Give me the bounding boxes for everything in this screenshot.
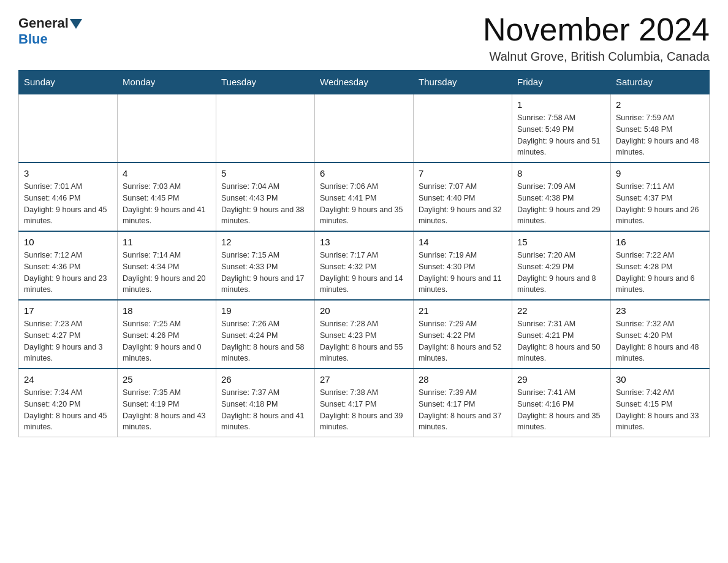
- day-number: 7: [419, 168, 507, 178]
- calendar-cell: 12Sunrise: 7:15 AMSunset: 4:33 PMDayligh…: [216, 231, 315, 300]
- day-info: Sunrise: 7:15 AMSunset: 4:33 PMDaylight:…: [221, 250, 309, 296]
- calendar-header-row: SundayMondayTuesdayWednesdayThursdayFrid…: [19, 71, 710, 94]
- header-tuesday: Tuesday: [216, 71, 315, 94]
- day-info: Sunrise: 7:17 AMSunset: 4:32 PMDaylight:…: [320, 250, 408, 296]
- day-number: 14: [419, 237, 507, 247]
- calendar-cell: 29Sunrise: 7:41 AMSunset: 4:16 PMDayligh…: [512, 369, 611, 437]
- logo: General Blue: [18, 12, 82, 47]
- day-info: Sunrise: 7:37 AMSunset: 4:18 PMDaylight:…: [221, 387, 309, 433]
- calendar-cell: 15Sunrise: 7:20 AMSunset: 4:29 PMDayligh…: [512, 231, 611, 300]
- calendar-cell: 26Sunrise: 7:37 AMSunset: 4:18 PMDayligh…: [216, 369, 315, 437]
- day-info: Sunrise: 7:19 AMSunset: 4:30 PMDaylight:…: [419, 250, 507, 296]
- calendar-cell: 5Sunrise: 7:04 AMSunset: 4:43 PMDaylight…: [216, 163, 315, 231]
- day-number: 27: [320, 374, 408, 385]
- calendar-cell: [19, 94, 118, 163]
- day-info: Sunrise: 7:07 AMSunset: 4:40 PMDaylight:…: [419, 181, 507, 227]
- calendar-cell: [118, 94, 216, 163]
- week-row-1: 3Sunrise: 7:01 AMSunset: 4:46 PMDaylight…: [19, 163, 710, 231]
- day-number: 20: [320, 305, 408, 316]
- day-number: 4: [123, 168, 211, 178]
- calendar-cell: 21Sunrise: 7:29 AMSunset: 4:22 PMDayligh…: [414, 300, 512, 369]
- day-number: 10: [24, 237, 112, 247]
- day-info: Sunrise: 7:09 AMSunset: 4:38 PMDaylight:…: [517, 181, 605, 227]
- day-number: 9: [616, 168, 704, 178]
- day-number: 24: [24, 374, 112, 385]
- calendar-cell: [414, 94, 512, 163]
- day-number: 1: [517, 99, 605, 110]
- day-info: Sunrise: 7:26 AMSunset: 4:24 PMDaylight:…: [221, 318, 309, 364]
- calendar-cell: 4Sunrise: 7:03 AMSunset: 4:45 PMDaylight…: [118, 163, 216, 231]
- week-row-2: 10Sunrise: 7:12 AMSunset: 4:36 PMDayligh…: [19, 231, 710, 300]
- day-number: 16: [616, 237, 704, 247]
- day-info: Sunrise: 7:23 AMSunset: 4:27 PMDaylight:…: [24, 318, 112, 364]
- header-friday: Friday: [512, 71, 611, 94]
- calendar-cell: 30Sunrise: 7:42 AMSunset: 4:15 PMDayligh…: [611, 369, 710, 437]
- calendar-cell: 18Sunrise: 7:25 AMSunset: 4:26 PMDayligh…: [118, 300, 216, 369]
- day-info: Sunrise: 7:34 AMSunset: 4:20 PMDaylight:…: [24, 387, 112, 433]
- calendar-cell: 10Sunrise: 7:12 AMSunset: 4:36 PMDayligh…: [19, 231, 118, 300]
- day-info: Sunrise: 7:59 AMSunset: 5:48 PMDaylight:…: [616, 112, 704, 158]
- calendar-cell: 17Sunrise: 7:23 AMSunset: 4:27 PMDayligh…: [19, 300, 118, 369]
- calendar-cell: [216, 94, 315, 163]
- day-info: Sunrise: 7:39 AMSunset: 4:17 PMDaylight:…: [419, 387, 507, 433]
- page-header: General Blue November 2024 Walnut Grove,…: [18, 12, 710, 64]
- calendar-cell: 9Sunrise: 7:11 AMSunset: 4:37 PMDaylight…: [611, 163, 710, 231]
- calendar-cell: 11Sunrise: 7:14 AMSunset: 4:34 PMDayligh…: [118, 231, 216, 300]
- day-number: 23: [616, 305, 704, 316]
- day-number: 28: [419, 374, 507, 385]
- day-info: Sunrise: 7:14 AMSunset: 4:34 PMDaylight:…: [123, 250, 211, 296]
- day-info: Sunrise: 7:01 AMSunset: 4:46 PMDaylight:…: [24, 181, 112, 227]
- calendar-cell: 22Sunrise: 7:31 AMSunset: 4:21 PMDayligh…: [512, 300, 611, 369]
- calendar-cell: 1Sunrise: 7:58 AMSunset: 5:49 PMDaylight…: [512, 94, 611, 163]
- day-number: 21: [419, 305, 507, 316]
- day-info: Sunrise: 7:41 AMSunset: 4:16 PMDaylight:…: [517, 387, 605, 433]
- calendar-cell: 25Sunrise: 7:35 AMSunset: 4:19 PMDayligh…: [118, 369, 216, 437]
- day-info: Sunrise: 7:11 AMSunset: 4:37 PMDaylight:…: [616, 181, 704, 227]
- day-number: 2: [616, 99, 704, 110]
- calendar-cell: 6Sunrise: 7:06 AMSunset: 4:41 PMDaylight…: [315, 163, 414, 231]
- logo-general-text: General: [18, 15, 69, 31]
- calendar-cell: 16Sunrise: 7:22 AMSunset: 4:28 PMDayligh…: [611, 231, 710, 300]
- day-info: Sunrise: 7:31 AMSunset: 4:21 PMDaylight:…: [517, 318, 605, 364]
- day-number: 12: [221, 237, 309, 247]
- logo-arrow-icon: [70, 19, 82, 29]
- day-info: Sunrise: 7:29 AMSunset: 4:22 PMDaylight:…: [419, 318, 507, 364]
- day-number: 8: [517, 168, 605, 178]
- day-info: Sunrise: 7:25 AMSunset: 4:26 PMDaylight:…: [123, 318, 211, 364]
- day-number: 22: [517, 305, 605, 316]
- day-info: Sunrise: 7:42 AMSunset: 4:15 PMDaylight:…: [616, 387, 704, 433]
- calendar-cell: 3Sunrise: 7:01 AMSunset: 4:46 PMDaylight…: [19, 163, 118, 231]
- calendar-cell: 14Sunrise: 7:19 AMSunset: 4:30 PMDayligh…: [414, 231, 512, 300]
- week-row-4: 24Sunrise: 7:34 AMSunset: 4:20 PMDayligh…: [19, 369, 710, 437]
- day-info: Sunrise: 7:35 AMSunset: 4:19 PMDaylight:…: [123, 387, 211, 433]
- day-info: Sunrise: 7:04 AMSunset: 4:43 PMDaylight:…: [221, 181, 309, 227]
- day-number: 5: [221, 168, 309, 178]
- day-info: Sunrise: 7:28 AMSunset: 4:23 PMDaylight:…: [320, 318, 408, 364]
- logo-blue-text: Blue: [18, 31, 48, 47]
- calendar-cell: 28Sunrise: 7:39 AMSunset: 4:17 PMDayligh…: [414, 369, 512, 437]
- calendar-cell: 2Sunrise: 7:59 AMSunset: 5:48 PMDaylight…: [611, 94, 710, 163]
- day-info: Sunrise: 7:22 AMSunset: 4:28 PMDaylight:…: [616, 250, 704, 296]
- week-row-3: 17Sunrise: 7:23 AMSunset: 4:27 PMDayligh…: [19, 300, 710, 369]
- calendar-cell: 27Sunrise: 7:38 AMSunset: 4:17 PMDayligh…: [315, 369, 414, 437]
- calendar-cell: 20Sunrise: 7:28 AMSunset: 4:23 PMDayligh…: [315, 300, 414, 369]
- calendar-cell: 7Sunrise: 7:07 AMSunset: 4:40 PMDaylight…: [414, 163, 512, 231]
- day-number: 30: [616, 374, 704, 385]
- calendar-cell: 23Sunrise: 7:32 AMSunset: 4:20 PMDayligh…: [611, 300, 710, 369]
- title-area: November 2024 Walnut Grove, British Colu…: [483, 12, 710, 64]
- calendar-cell: 8Sunrise: 7:09 AMSunset: 4:38 PMDaylight…: [512, 163, 611, 231]
- calendar-cell: 24Sunrise: 7:34 AMSunset: 4:20 PMDayligh…: [19, 369, 118, 437]
- day-number: 18: [123, 305, 211, 316]
- calendar-cell: 13Sunrise: 7:17 AMSunset: 4:32 PMDayligh…: [315, 231, 414, 300]
- header-sunday: Sunday: [19, 71, 118, 94]
- month-title: November 2024: [483, 12, 710, 47]
- day-number: 29: [517, 374, 605, 385]
- header-saturday: Saturday: [611, 71, 710, 94]
- day-number: 6: [320, 168, 408, 178]
- day-number: 25: [123, 374, 211, 385]
- day-info: Sunrise: 7:03 AMSunset: 4:45 PMDaylight:…: [123, 181, 211, 227]
- day-info: Sunrise: 7:32 AMSunset: 4:20 PMDaylight:…: [616, 318, 704, 364]
- day-info: Sunrise: 7:38 AMSunset: 4:17 PMDaylight:…: [320, 387, 408, 433]
- day-number: 17: [24, 305, 112, 316]
- header-wednesday: Wednesday: [315, 71, 414, 94]
